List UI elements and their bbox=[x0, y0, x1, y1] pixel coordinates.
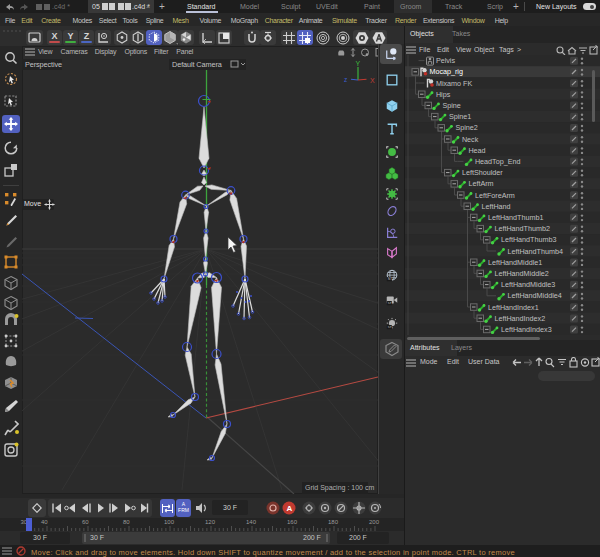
svg-text:LeftArm: LeftArm bbox=[468, 179, 493, 188]
svg-text:LeftHand: LeftHand bbox=[481, 202, 510, 211]
svg-text:LeftHandMiddle3: LeftHandMiddle3 bbox=[501, 280, 555, 289]
svg-text:z: z bbox=[344, 76, 347, 83]
svg-text:LeftHandMiddle2: LeftHandMiddle2 bbox=[494, 269, 548, 278]
svg-text:LeftHandIndex2: LeftHandIndex2 bbox=[494, 314, 545, 323]
svg-text:LeftHandThumb3: LeftHandThumb3 bbox=[501, 235, 557, 244]
svg-text:ST: ST bbox=[388, 301, 392, 305]
svg-text:LeftShoulder: LeftShoulder bbox=[462, 168, 503, 177]
svg-text:LeftHandThumb2: LeftHandThumb2 bbox=[494, 224, 550, 233]
svg-text:Pelvis: Pelvis bbox=[436, 56, 456, 65]
svg-text:Y: Y bbox=[356, 60, 361, 67]
svg-text:Hips: Hips bbox=[436, 90, 451, 99]
svg-text:Spine: Spine bbox=[442, 101, 460, 110]
svg-text:LeftForeArm: LeftForeArm bbox=[475, 191, 515, 200]
svg-text:A: A bbox=[287, 504, 293, 513]
svg-text:Spine2: Spine2 bbox=[455, 123, 477, 132]
svg-text:HeadTop_End: HeadTop_End bbox=[475, 157, 521, 166]
svg-text:X: X bbox=[370, 77, 375, 84]
svg-text:LeftHandIndex3: LeftHandIndex3 bbox=[501, 325, 552, 334]
svg-text:Head: Head bbox=[468, 146, 485, 155]
svg-text:LeftHandThumb1: LeftHandThumb1 bbox=[488, 213, 544, 222]
svg-text:Spine1: Spine1 bbox=[449, 112, 471, 121]
svg-text:LeftHandMiddle4: LeftHandMiddle4 bbox=[507, 291, 561, 300]
svg-text:LeftHandMiddle1: LeftHandMiddle1 bbox=[488, 258, 542, 267]
svg-text:Mocap_rig: Mocap_rig bbox=[429, 67, 463, 76]
svg-text:LeftHandIndex1: LeftHandIndex1 bbox=[488, 303, 539, 312]
svg-text:LeftHandThumb4: LeftHandThumb4 bbox=[507, 247, 563, 256]
svg-text:Mixamo FK: Mixamo FK bbox=[436, 79, 473, 88]
svg-text:ST: ST bbox=[388, 325, 392, 329]
svg-text:Neck: Neck bbox=[462, 135, 479, 144]
